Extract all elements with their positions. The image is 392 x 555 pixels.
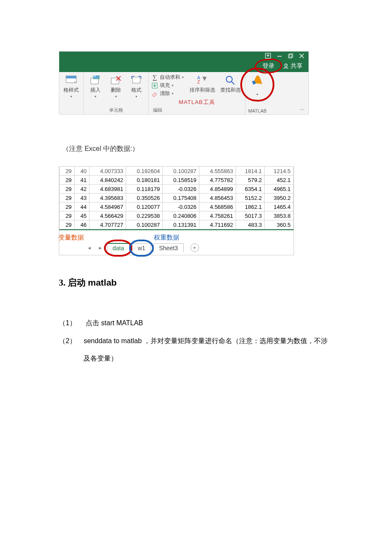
table-cell[interactable]: 6354.1 — [236, 185, 265, 194]
table-cell[interactable]: 0.158519 — [163, 176, 199, 185]
section-title-lat: matlab — [88, 278, 117, 287]
table-cell[interactable]: 3950.2 — [265, 194, 294, 202]
table-cell[interactable]: 29 — [60, 185, 75, 194]
table-cell[interactable]: 43 — [75, 194, 89, 202]
table-cell[interactable]: 0.100287 — [163, 167, 199, 176]
table-cell[interactable]: 29 — [60, 176, 75, 185]
table-cell[interactable]: 42 — [75, 185, 89, 194]
table-cell[interactable]: 0.240806 — [163, 211, 199, 220]
table-cell[interactable]: 29 — [60, 167, 75, 176]
table-row: 29434.3956830.3505260.1754084.8564535152… — [60, 194, 294, 202]
table-cell[interactable]: 483.3 — [236, 220, 265, 229]
table-cell[interactable]: 4.683981 — [89, 185, 126, 194]
minimize-icon[interactable] — [277, 53, 282, 58]
table-cell[interactable]: 0.192604 — [126, 167, 163, 176]
sheet-nav-prev[interactable]: ◂ — [85, 244, 93, 251]
upload-icon[interactable] — [265, 53, 271, 59]
table-cell[interactable]: 46 — [75, 220, 89, 229]
step-text: senddata to matlab ，并对变量矩阵变量进行命名（注意：选用变量… — [84, 332, 331, 367]
restore-icon[interactable] — [288, 53, 293, 58]
table-cell[interactable]: 29 — [60, 211, 75, 220]
table-cell[interactable]: 0.180181 — [126, 176, 163, 185]
sheet-nav-next[interactable]: ▸ — [96, 244, 104, 251]
matlab-button[interactable]: ▾ — [248, 74, 267, 97]
collapse-ribbon-icon[interactable]: ︿ — [300, 105, 305, 113]
table-cell[interactable]: 41 — [75, 176, 89, 185]
data-table: 29404.0073330.1926040.1002874.5558631814… — [59, 167, 294, 229]
table-cell[interactable]: 4.566429 — [89, 211, 126, 220]
sheet-tab-data[interactable]: data — [107, 243, 130, 252]
table-cell[interactable]: 0.131391 — [163, 220, 199, 229]
table-cell[interactable]: 4.758261 — [199, 211, 236, 220]
table-cell[interactable]: 4.555863 — [199, 167, 236, 176]
table-cell[interactable]: 29 — [60, 202, 75, 211]
table-cell[interactable]: 360.5 — [265, 220, 294, 229]
fill-label: 填充 — [160, 82, 170, 89]
section-title: 3. 启动 matlab — [59, 277, 392, 289]
table-cell[interactable]: 4.395683 — [89, 194, 126, 202]
fill-button[interactable]: 填充 ▾ — [151, 82, 184, 89]
table-cell[interactable]: 45 — [75, 211, 89, 220]
table-cell[interactable]: 29 — [60, 220, 75, 229]
sort-filter-button[interactable]: AZ 排序和筛选 — [188, 74, 217, 97]
table-cell[interactable]: 4.711692 — [199, 220, 236, 229]
autosum-button[interactable]: ∑自动求和 ▾ — [151, 74, 184, 81]
table-row: 29404.0073330.1926040.1002874.5558631814… — [60, 167, 294, 176]
list-item: （1）点击 start MATLAB — [59, 314, 331, 332]
delete-icon — [110, 75, 122, 86]
sheet-tab-sheet3[interactable]: Sheet3 — [153, 243, 183, 252]
sort-filter-label: 排序和筛选 — [190, 87, 215, 94]
table-cell[interactable]: 29 — [60, 194, 75, 202]
table-cell[interactable]: 452.1 — [265, 176, 294, 185]
clear-label: 清除 — [160, 90, 170, 97]
table-row: 29414.8402420.1801810.1585194.775782579.… — [60, 176, 294, 185]
table-cell[interactable]: 4.775782 — [199, 176, 236, 185]
table-cell[interactable]: 4.584967 — [89, 202, 126, 211]
delete-label: 删除 — [111, 87, 121, 94]
step-number: （2） — [59, 332, 74, 367]
clear-button[interactable]: 清除 ▾ — [151, 90, 184, 97]
cell-styles-label: 格样式 — [63, 87, 79, 94]
table-cell[interactable]: 3853.8 — [265, 211, 294, 220]
delete-button[interactable]: 删除 ▾ — [107, 74, 125, 99]
sheet-tab-w1[interactable]: w1 — [132, 243, 151, 252]
find-select-button[interactable]: 查找和选 — [219, 74, 242, 97]
cell-styles-button[interactable]: 格样式 ▾ — [62, 74, 81, 99]
table-cell[interactable]: 4.707727 — [89, 220, 126, 229]
matlab-icon — [251, 75, 264, 86]
share-button[interactable]: 共享 — [283, 62, 303, 70]
table-cell[interactable]: 0.229538 — [126, 211, 163, 220]
table-cell[interactable]: -0.0326 — [163, 202, 199, 211]
table-cell[interactable]: 1465.4 — [265, 202, 294, 211]
table-cell[interactable]: 40 — [75, 167, 89, 176]
svg-point-6 — [285, 64, 287, 66]
table-cell[interactable]: 5017.3 — [236, 211, 265, 220]
table-cell[interactable]: 0.120077 — [126, 202, 163, 211]
table-cell[interactable]: 0.118179 — [126, 185, 163, 194]
table-cell[interactable]: 1862.1 — [236, 202, 265, 211]
table-cell[interactable]: 1214.5 — [265, 167, 294, 176]
table-cell[interactable]: 0.350526 — [126, 194, 163, 202]
table-cell[interactable]: 4.840242 — [89, 176, 126, 185]
var-data-label: 变量数据 — [58, 234, 84, 241]
format-button[interactable]: 格式 ▾ — [127, 74, 146, 99]
close-icon[interactable] — [299, 53, 304, 58]
eraser-icon — [151, 90, 158, 97]
table-cell[interactable]: 44 — [75, 202, 89, 211]
table-cell[interactable]: 579.2 — [236, 176, 265, 185]
insert-label: 插入 — [90, 87, 101, 94]
table-cell[interactable]: 4.007333 — [89, 167, 126, 176]
table-cell[interactable]: 4.854899 — [199, 185, 236, 194]
table-cell[interactable]: 0.100287 — [126, 220, 163, 229]
table-cell[interactable]: 0.175408 — [163, 194, 199, 202]
table-cell[interactable]: 4965.1 — [265, 185, 294, 194]
table-cell[interactable]: -0.0326 — [163, 185, 199, 194]
table-cell[interactable]: 4.568586 — [199, 202, 236, 211]
matlab-group-label: MATLAB — [248, 108, 266, 113]
table-cell[interactable]: 4.856453 — [199, 194, 236, 202]
add-sheet-button[interactable]: ＋ — [190, 243, 199, 252]
table-cell[interactable]: 5152.2 — [236, 194, 265, 202]
table-cell[interactable]: 1814.1 — [236, 167, 265, 176]
insert-button[interactable]: 插入 ▾ — [86, 74, 105, 99]
ribbon-body: 格样式 ▾ 插入 ▾ 删除 ▾ — [59, 72, 308, 114]
